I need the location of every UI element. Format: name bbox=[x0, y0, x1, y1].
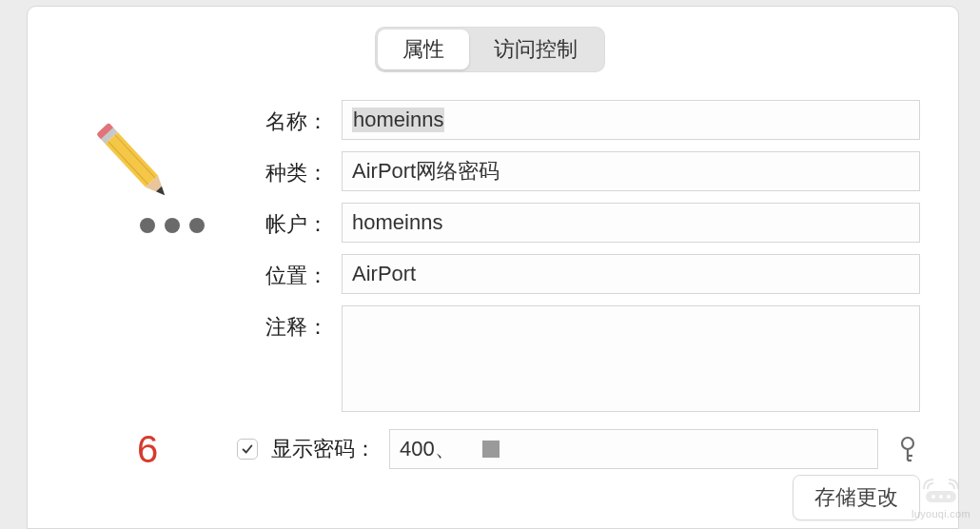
label-account: 帐户： bbox=[237, 203, 342, 239]
save-button[interactable]: 存储更改 bbox=[793, 475, 920, 520]
password-value-prefix: 400、 bbox=[400, 435, 456, 463]
icon-column bbox=[56, 100, 237, 469]
svg-point-7 bbox=[902, 438, 913, 449]
row-location: 位置： bbox=[237, 254, 920, 294]
row-password: 6 显示密码： 400、 bbox=[237, 429, 920, 469]
input-password[interactable]: 400、 bbox=[389, 429, 878, 469]
input-comment[interactable] bbox=[342, 305, 920, 412]
row-name: 名称： homeinns bbox=[237, 100, 920, 140]
tab-access-control[interactable]: 访问控制 bbox=[469, 29, 602, 69]
watermark: luyouqi.com bbox=[911, 472, 970, 519]
row-comment: 注释： bbox=[237, 305, 920, 412]
svg-point-14 bbox=[947, 495, 951, 499]
input-name[interactable]: homeinns bbox=[342, 100, 920, 140]
label-name: 名称： bbox=[237, 100, 342, 136]
label-comment: 注释： bbox=[237, 305, 342, 342]
svg-point-12 bbox=[931, 495, 935, 499]
row-account: 帐户： bbox=[237, 203, 920, 243]
dots-icon bbox=[140, 218, 205, 233]
label-kind: 种类： bbox=[237, 151, 342, 187]
input-location[interactable] bbox=[342, 254, 920, 294]
svg-rect-2 bbox=[106, 132, 158, 187]
checkmark-icon bbox=[241, 442, 254, 456]
input-kind[interactable] bbox=[342, 151, 920, 191]
password-icon bbox=[85, 109, 199, 233]
password-obscured bbox=[482, 441, 500, 458]
tab-attributes[interactable]: 属性 bbox=[378, 29, 469, 69]
router-icon bbox=[918, 472, 964, 506]
svg-point-13 bbox=[939, 495, 943, 499]
label-show-password: 显示密码： bbox=[271, 435, 376, 463]
tab-group: 属性 访问控制 bbox=[375, 27, 605, 72]
label-location: 位置： bbox=[237, 254, 342, 290]
panel: 名称： homeinns 种类： 帐户： 位置： 注释： bbox=[27, 6, 959, 529]
content-area: 名称： homeinns 种类： 帐户： 位置： 注释： bbox=[28, 62, 958, 469]
input-account[interactable] bbox=[342, 203, 920, 243]
key-icon[interactable] bbox=[895, 435, 920, 463]
input-name-value: homeinns bbox=[352, 108, 444, 132]
watermark-text: luyouqi.com bbox=[911, 508, 970, 519]
form-column: 名称： homeinns 种类： 帐户： 位置： 注释： bbox=[237, 100, 930, 469]
checkbox-show-password[interactable] bbox=[237, 439, 258, 460]
step-number: 6 bbox=[137, 428, 158, 471]
row-kind: 种类： bbox=[237, 151, 920, 191]
